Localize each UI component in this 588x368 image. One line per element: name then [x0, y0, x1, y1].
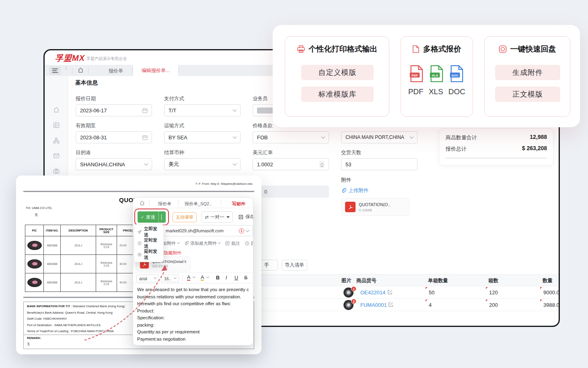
italic-button[interactable]: I [226, 275, 227, 281]
annotation-button[interactable]: 批注 [225, 240, 240, 246]
custom-template-button[interactable]: 自定义模版 [301, 65, 374, 80]
price-terms-label: 价格条款 [253, 122, 273, 129]
cell-boxes: 120 [489, 289, 498, 296]
valid-until-input[interactable]: 2023-08-31 [76, 131, 152, 143]
doc-col-pic: PIC [25, 225, 44, 236]
items-table-header: 图片 商品货号 单箱数量 箱数 数量 [246, 274, 560, 286]
edit-icon[interactable] [388, 302, 393, 307]
cell-boxes: 200 [489, 302, 498, 308]
composer-tab-quote-sq2[interactable]: 报价单_SQ2.. [185, 201, 212, 207]
body-template-button[interactable]: 正文模版 [495, 87, 560, 102]
paperclip-icon [184, 241, 189, 246]
text-color-button[interactable]: A [187, 275, 190, 281]
one-to-one-mode-button[interactable]: ⇄ 一对一 [201, 211, 233, 223]
home-nav-icon[interactable] [53, 107, 60, 113]
generate-attachment-button[interactable]: 生成附件 [495, 65, 560, 80]
font-family-value: arial [139, 276, 147, 281]
highlight-color-button[interactable]: A [201, 275, 204, 281]
font-size-select[interactable]: 16.. [161, 275, 179, 282]
file-icon [412, 45, 419, 53]
transport-select[interactable]: BY SEA [164, 131, 241, 143]
contacts-nav-icon[interactable] [53, 122, 60, 128]
pdf-file-icon [345, 202, 356, 212]
port-select[interactable]: CHINA MAIN PORT,CHINA [341, 131, 417, 143]
chevron-down-icon [321, 134, 325, 139]
import-list-button[interactable]: 导入清单 [282, 260, 307, 271]
format-label-pdf: PDF [408, 87, 424, 96]
standard-template-button[interactable]: 标准模版库 [301, 87, 374, 102]
doc-remark-label: REMARK: [27, 336, 41, 340]
chevron-down-icon[interactable] [161, 214, 162, 220]
mail-nav-icon[interactable] [53, 153, 60, 159]
cell-per-box: 4 [429, 302, 432, 308]
port-select-value: CHINA MAIN PORT,CHINA [345, 134, 404, 140]
svg-text:PDF: PDF [411, 74, 418, 77]
hamburger-menu-button[interactable] [49, 66, 61, 75]
font-family-select[interactable]: arial [136, 275, 159, 282]
menu-item-scheduled-send[interactable]: 定时发送 [134, 238, 163, 249]
feature-card-title: 一键快速回盘 [510, 44, 556, 54]
mail-body-line: business relations with your esteemed co… [137, 294, 251, 301]
hide-attachments-link[interactable]: 隐藏附件 [164, 250, 181, 256]
composer-tab-write-mail[interactable]: 写邮件 [232, 201, 245, 207]
doc-col-desc: DESCRIPTION [61, 225, 96, 236]
chevron-down-icon[interactable] [246, 228, 250, 232]
strikethrough-button[interactable]: S [244, 275, 247, 281]
caret-down-icon [226, 216, 230, 218]
track-button[interactable]: 跟 [245, 240, 253, 246]
doc-table-row: ABD688 JDJLJ thickness0.23 30.00 [25, 255, 143, 273]
composer-tabbar: 报价单 报价单_SQ2.. 写邮件 [133, 198, 253, 208]
org-structure-nav-icon[interactable] [53, 137, 60, 144]
price-terms-select[interactable]: FOB [253, 131, 329, 143]
menu-item-send-now[interactable]: 立即发送 [134, 226, 163, 238]
usd-rate-stepper[interactable]: 1.0002 [253, 158, 329, 170]
doc-desc: JDJLJ [61, 236, 96, 255]
font-size-value: 16.. [164, 276, 171, 281]
row-number-badge: 2 [351, 299, 356, 304]
mail-body-editor[interactable]: We are pleased to get to konw that you a… [137, 286, 251, 343]
summary-qty-value: 12,988 [530, 134, 547, 140]
tab-edit-quote[interactable]: 编辑报价单... [133, 65, 178, 76]
dest-port-select[interactable]: SHANGHAI,CHINA [76, 158, 152, 170]
camera-nav-icon[interactable] [53, 168, 60, 174]
save-button[interactable]: 保存 [238, 214, 253, 220]
summary-total-label: 报价总计 [446, 145, 467, 153]
recipient-alert-icon: 1 [239, 228, 244, 234]
menu-item-delayed-send[interactable]: 延时发送 [134, 249, 163, 260]
chevron-down-icon[interactable] [206, 275, 209, 278]
quote-summary-card: 商品数量合计 12,988 报价总计 $ 263,208 [439, 128, 554, 165]
chevron-down-icon[interactable] [193, 275, 195, 278]
delivery-days-input[interactable]: 53 [341, 158, 417, 170]
doc-product-image [27, 241, 42, 250]
doc-table-header: PIC ITEM NO. DESCRIPTION PRODUCT SIZE PR… [25, 225, 143, 236]
valid-until-label: 有效期至 [76, 122, 96, 129]
quote-attachment-chip[interactable]: QUOTATION(O.. 0.16MB [341, 198, 409, 216]
table-row[interactable]: 2 FUMA0001 4 200 3988.00 [246, 299, 560, 311]
feature-card-print: 个性化打印格式输出 自定义模版 标准模版库 [285, 36, 389, 117]
doc-items-table: PIC ITEM NO. DESCRIPTION PRODUCT SIZE PR… [25, 225, 143, 292]
stepper-icons[interactable] [319, 161, 325, 168]
underline-button[interactable]: U [234, 275, 238, 281]
edit-icon[interactable] [387, 289, 393, 295]
payment-select[interactable]: T/T [164, 104, 241, 116]
salesman-label: 业务员 [253, 95, 268, 102]
sku-link[interactable]: OE422014 [360, 289, 385, 296]
request-review-button[interactable]: 主动请审 [173, 212, 197, 222]
quote-date-input[interactable]: 2023-06-17 [76, 104, 152, 116]
home-icon[interactable] [78, 67, 84, 73]
table-row[interactable]: 1 OE422014 50 120 9000.00 [246, 286, 560, 299]
tab-quote-list[interactable]: 报价单 [102, 68, 130, 74]
save-button-label: 保存 [245, 214, 253, 220]
one-to-one-label: 一对一 [210, 214, 224, 220]
send-button[interactable]: ✓ 发送 [138, 211, 166, 223]
home-icon[interactable] [140, 201, 145, 206]
quote-date-value: 2023-06-17 [80, 108, 107, 114]
sku-link[interactable]: FUMA0001 [360, 302, 387, 308]
currency-select[interactable]: 美元 [164, 158, 241, 170]
back-chevron-icon[interactable] [66, 68, 68, 70]
add-large-attachment-button[interactable]: 添加超大附件 [184, 240, 220, 246]
upload-attachment-link[interactable]: 上传附件 [341, 187, 368, 194]
bold-button[interactable]: B [216, 275, 220, 281]
cell-marker [426, 300, 428, 302]
composer-tab-quote[interactable]: 报价单 [158, 201, 171, 207]
